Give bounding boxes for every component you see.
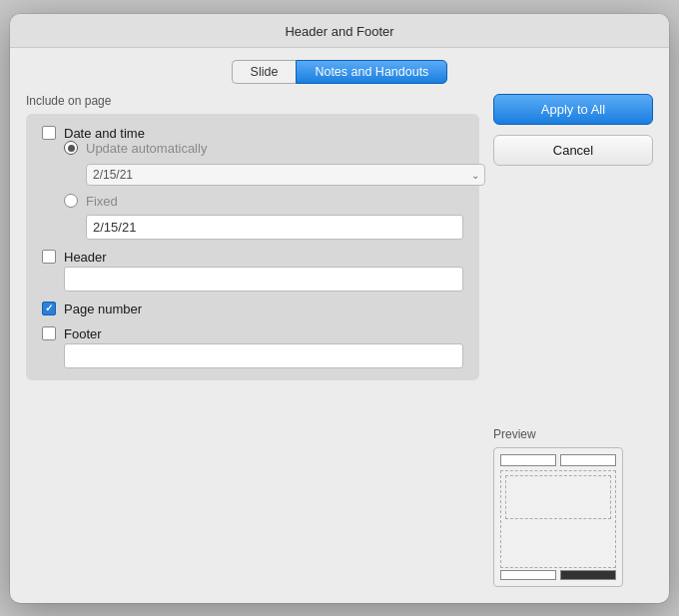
- preview-bottom-left: [500, 570, 556, 580]
- header-input-wrapper: [42, 267, 463, 292]
- preview-label: Preview: [493, 427, 653, 441]
- date-time-suboptions: Update automatically 2/15/21 ⌄: [42, 141, 463, 240]
- footer-input[interactable]: [64, 343, 463, 368]
- fixed-section: Fixed: [64, 194, 463, 240]
- preview-box: [493, 447, 623, 587]
- update-auto-radio[interactable]: [64, 141, 78, 155]
- footer-section: Footer: [42, 326, 463, 368]
- header-section: Header: [42, 250, 463, 292]
- header-checkbox[interactable]: [42, 250, 56, 264]
- footer-checkbox[interactable]: [42, 326, 56, 340]
- apply-all-button[interactable]: Apply to All: [493, 94, 653, 125]
- tab-notes-handouts[interactable]: Notes and Handouts: [296, 60, 447, 84]
- preview-inner-rect: [505, 475, 611, 519]
- fixed-input-wrapper: [64, 215, 463, 240]
- dialog: Header and Footer Slide Notes and Handou…: [10, 14, 669, 603]
- dialog-title: Header and Footer: [10, 14, 669, 48]
- fixed-date-input[interactable]: [86, 215, 463, 240]
- footer-input-wrapper: [42, 343, 463, 368]
- right-panel: Apply to All Cancel Preview: [493, 94, 653, 587]
- date-time-label: Date and time: [64, 126, 145, 141]
- preview-bottom-bar: [500, 570, 616, 580]
- fixed-label: Fixed: [86, 194, 118, 209]
- cancel-button[interactable]: Cancel: [493, 135, 653, 166]
- header-label: Header: [64, 250, 107, 265]
- tab-row: Slide Notes and Handouts: [10, 48, 669, 94]
- left-panel: Include on page Date and time Update aut…: [26, 94, 479, 587]
- preview-bottom-right: [560, 570, 616, 580]
- footer-row: Footer: [42, 326, 463, 341]
- fixed-radio[interactable]: [64, 194, 78, 208]
- date-dropdown-wrapper: 2/15/21 ⌄: [86, 164, 485, 186]
- page-number-row: Page number: [42, 302, 463, 316]
- update-auto-label: Update automatically: [86, 141, 207, 156]
- date-dropdown[interactable]: 2/15/21: [86, 164, 485, 186]
- preview-content-area: [500, 470, 616, 568]
- fixed-row: Fixed: [64, 194, 463, 209]
- update-auto-row: Update automatically: [64, 141, 463, 156]
- preview-main: [500, 470, 616, 568]
- tab-slide[interactable]: Slide: [232, 60, 297, 84]
- date-time-row: Date and time: [42, 126, 463, 141]
- page-number-checkbox[interactable]: [42, 302, 56, 315]
- options-box: Date and time Update automatically 2/15/…: [26, 114, 479, 380]
- preview-top-left: [500, 454, 556, 466]
- header-input[interactable]: [64, 267, 463, 292]
- date-time-checkbox[interactable]: [42, 126, 56, 140]
- footer-label: Footer: [64, 326, 102, 341]
- header-row: Header: [42, 250, 463, 265]
- content-area: Include on page Date and time Update aut…: [10, 94, 669, 603]
- include-label: Include on page: [26, 94, 479, 108]
- date-time-section: Date and time Update automatically 2/15/…: [42, 126, 463, 240]
- preview-top-right: [560, 454, 616, 466]
- page-number-label: Page number: [64, 302, 142, 316]
- preview-top-bar: [500, 454, 616, 466]
- preview-section: Preview: [493, 427, 653, 587]
